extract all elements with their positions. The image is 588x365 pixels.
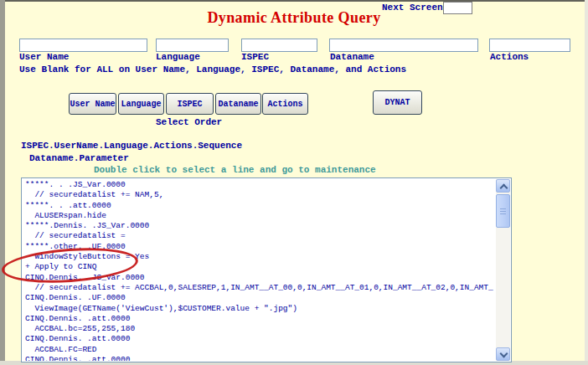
order-button-language[interactable]: Language bbox=[118, 93, 164, 115]
list-line[interactable]: // securedatalist += ACCBAL,0,SALESREP,1… bbox=[25, 283, 496, 293]
list-line[interactable]: *****. . .JS_Var.0000 bbox=[25, 180, 496, 190]
results-list[interactable]: *****. . .JS_Var.0000 // securedatalist … bbox=[21, 177, 512, 362]
scroll-up-button[interactable] bbox=[496, 179, 510, 193]
language-label: Language bbox=[156, 52, 200, 62]
list-line[interactable]: + Apply to CINQ bbox=[25, 262, 496, 272]
scrollbar-thumb[interactable] bbox=[496, 194, 510, 228]
user-name-label: User Name bbox=[19, 52, 69, 62]
sequence-legend-line2: Dataname.Parameter bbox=[29, 153, 129, 163]
ispec-label: ISPEC bbox=[241, 52, 269, 62]
ispec-field[interactable] bbox=[241, 39, 317, 52]
list-line[interactable]: ACCBAL.FC=RED bbox=[25, 345, 496, 355]
select-order-caption: Select Order bbox=[156, 117, 222, 127]
window-frame-left bbox=[0, 0, 5, 365]
vertical-scrollbar[interactable] bbox=[496, 179, 510, 361]
dataname-label: Dataname bbox=[330, 52, 374, 62]
chevron-down-icon bbox=[500, 350, 508, 358]
user-name-field[interactable] bbox=[19, 39, 147, 52]
list-line[interactable]: *****. . .att.0000 bbox=[25, 201, 496, 211]
list-line[interactable]: CINQ.Dennis. .JS_Var.0000 bbox=[25, 273, 496, 283]
window-frame-top bbox=[0, 0, 588, 2]
chevron-up-icon bbox=[500, 184, 508, 193]
list-line[interactable]: CINQ.Dennis. .UF.0000 bbox=[25, 293, 496, 303]
order-button-user-name[interactable]: User Name bbox=[69, 93, 116, 115]
list-line[interactable]: // securedatalist = bbox=[25, 231, 496, 241]
list-line[interactable]: CINQ.Dennis. .att.0000 bbox=[25, 355, 496, 361]
list-line[interactable]: ACCBAL.bc=255,255,180 bbox=[25, 324, 496, 334]
list-line[interactable]: *****.other. .UF.0000 bbox=[25, 242, 496, 252]
list-line[interactable]: *****.Dennis. .JS_Var.0000 bbox=[25, 221, 496, 231]
order-button-dataname[interactable]: Dataname bbox=[215, 93, 261, 115]
list-line[interactable]: ViewImage(GETName('ViewCust'),$CUSTOMER.… bbox=[25, 304, 496, 314]
list-line[interactable]: CINQ.Dennis. .att.0000 bbox=[25, 314, 496, 324]
actions-label: Actions bbox=[490, 52, 529, 62]
actions-field[interactable] bbox=[489, 39, 570, 52]
order-button-actions[interactable]: Actions bbox=[262, 93, 308, 115]
list-line[interactable]: ALUSERspan.hide bbox=[25, 211, 496, 221]
list-line[interactable]: // securedatalist += NAM,5, bbox=[25, 190, 496, 200]
order-button-ispec[interactable]: ISPEC bbox=[166, 93, 214, 115]
dynat-button[interactable]: DYNAT bbox=[373, 90, 422, 115]
double-click-instruction: Double click to select a line and go to … bbox=[94, 165, 376, 175]
sequence-legend-line1: ISPEC.UserName.Language.Actions.Sequence bbox=[21, 141, 242, 151]
page-title: Dynamic Attribute Query bbox=[0, 9, 588, 27]
scroll-down-button[interactable] bbox=[496, 347, 510, 361]
results-lines: *****. . .JS_Var.0000 // securedatalist … bbox=[23, 179, 496, 361]
dataname-field[interactable] bbox=[329, 39, 478, 52]
list-line[interactable]: CINQ.Dennis. .att.0000 bbox=[25, 334, 496, 344]
dynamic-attribute-query-window: Next Screen Dynamic Attribute Query User… bbox=[0, 0, 588, 365]
list-line[interactable]: WindowStyleButtons = Yes bbox=[25, 252, 496, 262]
language-field[interactable] bbox=[156, 39, 229, 52]
blank-for-all-hint: Use Blank for ALL on User Name, Language… bbox=[19, 64, 406, 75]
window-frame-right bbox=[585, 0, 588, 365]
